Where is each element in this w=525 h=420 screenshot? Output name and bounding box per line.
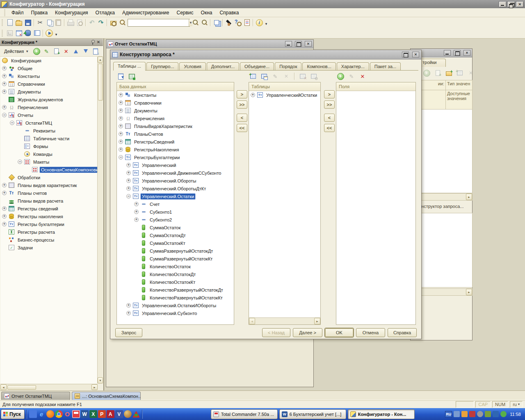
minimize-button[interactable] — [444, 50, 451, 56]
tree-item[interactable]: ОсновнаяСхемаКомпоновки — [0, 166, 97, 173]
expander-icon[interactable] — [10, 121, 14, 125]
expander-icon[interactable] — [2, 105, 7, 110]
sidebar-vertical-scrollbar[interactable]: ▲ ▼ — [97, 57, 103, 383]
move-right-button[interactable]: > — [237, 90, 247, 98]
tree-item[interactable]: СуммаОстатокДт — [117, 231, 234, 239]
open-icon[interactable] — [14, 18, 23, 27]
expander-icon[interactable] — [2, 113, 7, 117]
tree-item[interactable]: СуммаРазвернутыйОстатокДт — [117, 247, 234, 255]
help-button[interactable]: Справка — [388, 328, 417, 337]
tree-item[interactable]: Документы — [117, 107, 234, 114]
tree-item[interactable]: Регистры накопления — [0, 212, 97, 220]
move-left-button[interactable]: < — [324, 114, 335, 122]
expander-icon[interactable] — [134, 210, 139, 214]
more-buttons-icon[interactable] — [54, 29, 59, 38]
tree-item[interactable]: СуммаОстатокКт — [117, 239, 234, 247]
start-button[interactable]: Пуск — [1, 409, 25, 419]
tree-item[interactable]: Управленческий — [117, 161, 234, 169]
tree-item[interactable]: Регистры сведений — [0, 205, 97, 212]
menu-item[interactable]: Файл — [8, 9, 27, 17]
tree-item[interactable]: Планы счетов — [0, 189, 97, 197]
copy-icon[interactable] — [45, 18, 54, 27]
add-field-icon[interactable] — [336, 72, 345, 81]
expander-icon[interactable] — [2, 74, 7, 78]
settings-list-area[interactable] — [421, 109, 472, 193]
remove-table-icon[interactable] — [298, 72, 307, 81]
update-database-configuration-icon[interactable] — [23, 29, 32, 38]
tree-item[interactable]: Регистры расчета — [0, 228, 97, 236]
settings-tab[interactable]: тройки — [419, 59, 446, 67]
tree-item[interactable]: ПланыСчетов — [117, 130, 234, 138]
excel-icon[interactable]: X — [89, 410, 97, 418]
tree-item[interactable]: Формы — [0, 142, 97, 150]
tree-item[interactable]: КоличествоРазвернутыйОстатокКт — [117, 294, 234, 301]
window-tab[interactable]: Отчет ОстаткиТМЦ — [1, 392, 70, 400]
internet-explorer-icon[interactable]: e — [38, 410, 46, 418]
tree-item[interactable]: Общие — [0, 64, 97, 72]
tree-item[interactable]: Счет — [117, 200, 234, 208]
syntax-check-icon[interactable] — [233, 18, 242, 27]
scroll-left-icon[interactable]: ◄ — [0, 384, 7, 390]
maximize-button[interactable] — [402, 52, 409, 57]
cut-icon[interactable] — [36, 18, 45, 27]
scroll-up-icon[interactable]: ▲ — [98, 57, 103, 63]
minimize-button[interactable] — [499, 1, 507, 7]
dialog-tab[interactable]: Характер... — [337, 62, 369, 70]
add-table-icon[interactable] — [249, 72, 258, 81]
start-debugging-icon[interactable] — [45, 29, 54, 38]
query-constructor-link[interactable]: онструктор запроса... — [419, 204, 471, 209]
expander-icon[interactable] — [18, 160, 22, 164]
tray-language-indicator[interactable]: RU — [445, 411, 452, 418]
expander-icon[interactable] — [126, 311, 131, 315]
tree-item[interactable]: Управленческий.ДвиженияССубконто — [117, 169, 234, 177]
expander-icon[interactable] — [119, 139, 123, 144]
expander-icon[interactable] — [2, 66, 7, 71]
powerpoint-icon[interactable]: P — [98, 410, 106, 418]
tree-item[interactable]: Константы — [117, 91, 234, 99]
close-button[interactable] — [463, 50, 470, 56]
tray-antivirus-icon[interactable] — [500, 411, 507, 417]
scroll-right-icon[interactable]: ► — [91, 384, 98, 390]
options-panel-icon[interactable] — [32, 29, 41, 38]
window-tab[interactable]: ...: ОсновнаяСхемаКомпон... — [72, 392, 141, 400]
info-icon[interactable] — [255, 18, 264, 27]
expander-icon[interactable] — [2, 89, 7, 94]
expander-icon[interactable] — [126, 194, 131, 199]
tree-item[interactable]: Управленческий.Субконто — [117, 309, 234, 317]
add-icon[interactable] — [422, 68, 431, 78]
word-icon[interactable]: W — [81, 410, 89, 418]
tree-item[interactable]: РегистрыБухгалтерии — [117, 153, 234, 161]
menu-item[interactable]: Окна — [197, 9, 216, 17]
scroll-right-icon[interactable]: ► — [314, 318, 320, 324]
edit-table-icon[interactable] — [271, 72, 280, 81]
fields-list[interactable] — [336, 91, 415, 324]
dialog-tab[interactable]: Дополнит... — [207, 62, 239, 70]
tray-debugger-icon[interactable] — [493, 411, 499, 417]
tray-network-icon[interactable] — [454, 411, 460, 417]
globe-icon[interactable] — [124, 410, 132, 418]
templates-icon[interactable] — [242, 18, 251, 27]
tree-item[interactable]: Управленческий.ОборотыДтКт — [117, 185, 234, 192]
menu-item[interactable]: Конфигурация — [51, 9, 92, 17]
tables-horizontal-scrollbar[interactable]: ◄ ► — [249, 317, 320, 324]
save-disk-icon[interactable] — [72, 410, 80, 418]
tree-item[interactable]: Управленческий.ОстаткиИОбороты — [117, 301, 234, 309]
pin-icon[interactable] — [90, 39, 96, 45]
sidebar-horizontal-scrollbar[interactable]: ◄ ► — [0, 384, 98, 390]
tree-item[interactable]: Планы видов расчета — [0, 197, 97, 205]
expander-icon[interactable] — [134, 202, 139, 206]
tray-volume-icon[interactable] — [461, 411, 468, 417]
expander-icon[interactable] — [2, 214, 7, 219]
copy-add-icon[interactable] — [433, 68, 442, 78]
menu-item[interactable]: Администрирование — [119, 9, 173, 17]
redo-icon[interactable] — [96, 18, 105, 27]
minimize-button[interactable] — [285, 41, 292, 47]
add-folder-icon[interactable] — [444, 68, 453, 78]
move-down-icon[interactable] — [81, 47, 90, 56]
close-button[interactable] — [516, 1, 524, 7]
expander-icon[interactable] — [119, 108, 123, 113]
print-preview-icon[interactable] — [75, 18, 84, 27]
expander-icon[interactable] — [119, 100, 123, 105]
expander-icon[interactable] — [126, 186, 131, 191]
tree-item[interactable]: Регистры бухгалтерии — [0, 220, 97, 228]
